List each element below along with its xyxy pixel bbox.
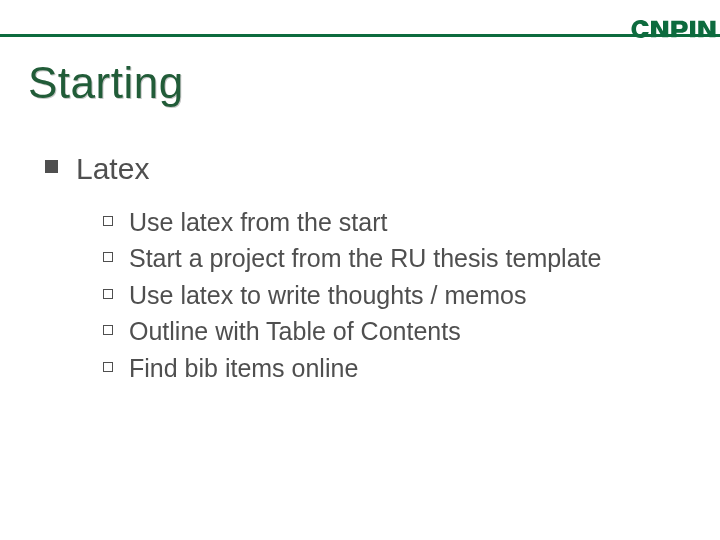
list-item-label: Start a project from the RU thesis templ… bbox=[129, 242, 601, 275]
list-item: Use latex to write thoughts / memos bbox=[103, 279, 680, 312]
brand-logo bbox=[630, 14, 720, 44]
hollow-square-bullet-icon bbox=[103, 325, 113, 335]
square-bullet-icon bbox=[45, 160, 58, 173]
list-item: Outline with Table of Contents bbox=[103, 315, 680, 348]
list-item: Start a project from the RU thesis templ… bbox=[103, 242, 680, 275]
header-divider bbox=[0, 34, 720, 37]
slide-body: Latex Use latex from the start Start a p… bbox=[45, 150, 680, 388]
list-item-label: Use latex to write thoughts / memos bbox=[129, 279, 526, 312]
brand-logo-icon bbox=[630, 14, 720, 44]
sublist: Use latex from the start Start a project… bbox=[103, 206, 680, 385]
slide: Starting Latex Use latex from the start … bbox=[0, 0, 720, 540]
hollow-square-bullet-icon bbox=[103, 216, 113, 226]
hollow-square-bullet-icon bbox=[103, 289, 113, 299]
list-item: Find bib items online bbox=[103, 352, 680, 385]
list-item-label: Latex bbox=[76, 150, 149, 188]
list-item-label: Outline with Table of Contents bbox=[129, 315, 461, 348]
slide-title: Starting bbox=[28, 58, 184, 108]
list-item-label: Find bib items online bbox=[129, 352, 358, 385]
list-item: Latex bbox=[45, 150, 680, 188]
hollow-square-bullet-icon bbox=[103, 362, 113, 372]
list-item: Use latex from the start bbox=[103, 206, 680, 239]
hollow-square-bullet-icon bbox=[103, 252, 113, 262]
list-item-label: Use latex from the start bbox=[129, 206, 387, 239]
